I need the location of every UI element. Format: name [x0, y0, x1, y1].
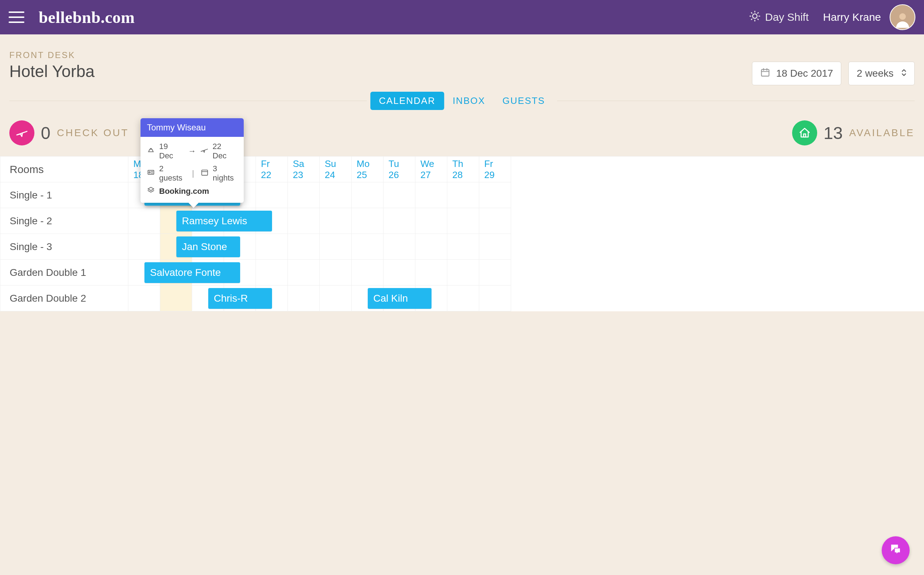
calendar-cell[interactable]: [447, 286, 479, 311]
stat-checkout-count: 0: [41, 123, 51, 143]
booking-block[interactable]: Chris-R: [208, 288, 272, 309]
tooltip-checkout: 22 Dec: [213, 142, 237, 160]
day-header[interactable]: Mo 25: [351, 157, 383, 183]
tab-inbox[interactable]: INBOX: [444, 92, 494, 110]
calendar-cell[interactable]: [447, 234, 479, 260]
day-header[interactable]: Sa 23: [288, 157, 320, 183]
shift-toggle[interactable]: Day Shift: [749, 11, 809, 24]
calendar-cell[interactable]: [479, 234, 511, 260]
chat-icon: [889, 542, 902, 559]
calendar-cell[interactable]: [479, 183, 511, 208]
calendar-cell[interactable]: [320, 286, 351, 311]
calendar-cell[interactable]: [288, 286, 320, 311]
calendar-icon: [201, 168, 208, 178]
calendar-cell[interactable]: [351, 208, 383, 234]
booking-tooltip: Tommy Wiseau 19 Dec → 22 Dec 2 guests | …: [140, 118, 244, 203]
svg-point-16: [149, 172, 151, 173]
tab-guests[interactable]: GUESTS: [494, 92, 554, 110]
room-label[interactable]: Single - 3: [0, 234, 128, 260]
calendar-cell[interactable]: [447, 208, 479, 234]
room-label[interactable]: Single - 1: [0, 183, 128, 208]
tooltip-guests: 2 guests: [159, 164, 186, 183]
user-name[interactable]: Harry Krane: [823, 11, 881, 23]
page-header: FRONT DESK Hotel Yorba 18 Dec 2017 2 wee…: [0, 34, 924, 85]
calendar-cell[interactable]: [288, 260, 320, 286]
calendar-cell[interactable]: [415, 260, 447, 286]
svg-point-9: [899, 13, 906, 20]
calendar-cell[interactable]: [479, 286, 511, 311]
layers-icon: [147, 186, 155, 196]
svg-point-0: [752, 14, 757, 18]
stat-checkout[interactable]: 0 CHECK OUT: [9, 121, 129, 145]
svg-line-7: [751, 19, 752, 20]
calendar-cell[interactable]: [320, 234, 351, 260]
range-select[interactable]: 2 weeks: [848, 62, 915, 85]
room-label[interactable]: Garden Double 1: [0, 260, 128, 286]
calendar-cell[interactable]: [128, 234, 160, 260]
day-header[interactable]: Fr 22: [256, 157, 288, 183]
calendar-grid: RoomsMo 18Tu 19We 20Th 21Fr 22Sa 23Su 24…: [0, 156, 924, 311]
menu-button[interactable]: [9, 11, 24, 23]
calendar-cell[interactable]: [256, 260, 288, 286]
calendar-cell[interactable]: [415, 234, 447, 260]
bell-icon: [147, 146, 155, 156]
calendar-cell[interactable]: [128, 286, 160, 311]
calendar-cell[interactable]: [415, 208, 447, 234]
calendar-cell[interactable]: [256, 183, 288, 208]
breadcrumb: FRONT DESK: [9, 50, 915, 60]
day-header[interactable]: Su 24: [320, 157, 351, 183]
chat-fab[interactable]: [882, 536, 910, 564]
calendar-cell[interactable]: [351, 183, 383, 208]
calendar-cell[interactable]: [288, 234, 320, 260]
calendar-cell[interactable]: [128, 208, 160, 234]
sun-icon: [749, 11, 760, 24]
calendar-icon: [760, 67, 770, 80]
day-header[interactable]: We 27: [415, 157, 447, 183]
rooms-header: Rooms: [0, 157, 128, 183]
tooltip-nights: 3 nights: [213, 164, 237, 183]
arrow-icon: →: [188, 146, 196, 156]
brand-logo: bellebnb.com: [39, 8, 135, 27]
calendar-cell[interactable]: [351, 260, 383, 286]
calendar-cell[interactable]: [320, 183, 351, 208]
booking-block[interactable]: Cal Kiln: [368, 288, 431, 309]
calendar-cell[interactable]: [383, 234, 415, 260]
calendar-cell[interactable]: [256, 234, 288, 260]
stat-available[interactable]: 13 AVAILABLE: [792, 121, 915, 145]
calendar-cell[interactable]: [479, 208, 511, 234]
tabs-row: CALENDARINBOXGUESTS: [0, 92, 924, 110]
svg-line-4: [758, 19, 759, 20]
calendar-cell[interactable]: [320, 260, 351, 286]
avatar[interactable]: [890, 4, 915, 30]
calendar-cell[interactable]: [351, 234, 383, 260]
calendar-cell[interactable]: [415, 183, 447, 208]
room-label[interactable]: Single - 2: [0, 208, 128, 234]
stat-checkout-label: CHECK OUT: [57, 127, 129, 139]
booking-block[interactable]: Ramsey Lewis: [177, 211, 272, 232]
booking-block[interactable]: Salvatore Fonte: [145, 262, 240, 283]
day-header[interactable]: Fr 29: [479, 157, 511, 183]
calendar-cell[interactable]: [383, 183, 415, 208]
calendar-cell[interactable]: [447, 260, 479, 286]
stat-available-count: 13: [824, 123, 843, 143]
day-header[interactable]: Th 28: [447, 157, 479, 183]
calendar-cell[interactable]: [479, 260, 511, 286]
shift-label: Day Shift: [765, 11, 809, 23]
calendar-cell[interactable]: [160, 286, 192, 311]
date-value: 18 Dec 2017: [776, 68, 833, 79]
calendar-cell[interactable]: [288, 183, 320, 208]
calendar-cell[interactable]: [383, 260, 415, 286]
id-card-icon: [147, 168, 155, 178]
room-label[interactable]: Garden Double 2: [0, 286, 128, 311]
calendar-cell[interactable]: [288, 208, 320, 234]
calendar-cell[interactable]: [383, 208, 415, 234]
calendar-cell[interactable]: [447, 183, 479, 208]
day-header[interactable]: Tu 26: [383, 157, 415, 183]
booking-block[interactable]: Jan Stone: [177, 237, 240, 257]
plane-icon: [200, 146, 208, 156]
svg-line-8: [758, 13, 759, 13]
svg-rect-10: [762, 69, 769, 76]
calendar-cell[interactable]: [320, 208, 351, 234]
tab-calendar[interactable]: CALENDAR: [370, 92, 444, 110]
date-picker[interactable]: 18 Dec 2017: [752, 62, 841, 85]
